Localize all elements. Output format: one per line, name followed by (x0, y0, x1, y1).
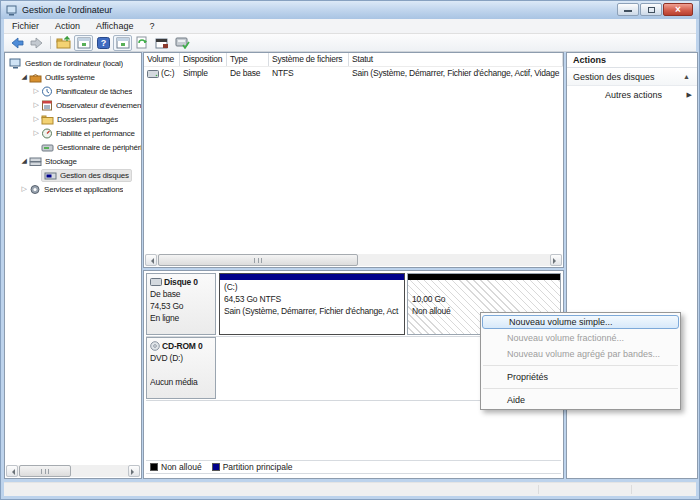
menu-action[interactable]: Action (47, 19, 88, 34)
legend: Non alloué Partition principale (146, 460, 561, 474)
actions-pane: Actions Gestion des disques ▲ Autres act… (566, 52, 698, 479)
actions-group-disk-management[interactable]: Gestion des disques ▲ (567, 68, 697, 86)
cdrom-drive: DVD (D:) (150, 352, 212, 364)
window-title: Gestion de l'ordinateur (22, 5, 112, 15)
legend-primary-swatch (212, 463, 220, 471)
snap-in-icon[interactable] (172, 34, 192, 51)
console-tree-pane: Gestion de l'ordinateur (local) ◢ Outils… (4, 52, 142, 479)
tree-item-device-manager[interactable]: Gestionnaire de périphériques (5, 140, 141, 154)
actions-more-actions[interactable]: Autres actions ▶ (567, 86, 697, 104)
volume-list-horizontal-scrollbar[interactable] (145, 254, 562, 266)
column-file-system[interactable]: Système de fichiers (269, 53, 349, 66)
menu-item-new-spanned-volume: Nouveau volume fractionné... (481, 330, 680, 346)
console-tree-icon[interactable] (74, 35, 93, 51)
tree-item-shared-folders[interactable]: ▷ Dossiers partagés (5, 112, 141, 126)
tree-item-system-tools[interactable]: ◢ Outils système (5, 70, 141, 84)
disk0-label-panel[interactable]: Disque 0 De base 74,53 Go En ligne (146, 273, 216, 335)
up-folder-icon[interactable] (54, 34, 74, 51)
collapsed-icon[interactable]: ▷ (31, 87, 41, 95)
menu-separator (483, 388, 678, 389)
toolbox-icon (29, 72, 42, 83)
actions-header: Actions (567, 53, 697, 68)
menu-item-new-simple-volume[interactable]: Nouveau volume simple... (482, 315, 679, 329)
legend-unallocated-swatch (150, 463, 158, 471)
expanded-icon[interactable]: ◢ (19, 73, 29, 81)
back-icon[interactable] (7, 34, 27, 51)
menu-fichier[interactable]: Fichier (4, 19, 47, 34)
shared-folders-icon (41, 114, 54, 125)
tree-horizontal-scrollbar[interactable] (6, 465, 140, 477)
volume-list-header: Volume Disposition Type Système de fichi… (144, 53, 563, 67)
computer-icon (9, 58, 22, 69)
scroll-left-arrow[interactable] (145, 254, 157, 266)
forward-icon[interactable] (27, 34, 47, 51)
restore-button[interactable] (640, 3, 662, 16)
disk0-size: 74,53 Go (150, 300, 212, 312)
expanded-icon[interactable]: ◢ (19, 157, 29, 165)
title-bar[interactable]: Gestion de l'ordinateur × (1, 1, 699, 19)
menu-affichage[interactable]: Affichage (88, 19, 141, 34)
volume-list-pane: Volume Disposition Type Système de fichi… (143, 52, 564, 268)
device-manager-icon (41, 142, 54, 153)
refresh-icon[interactable] (132, 34, 152, 51)
tree-item-event-viewer[interactable]: ▷ Observateur d'événements (5, 98, 141, 112)
cdrom-media: Aucun média (150, 376, 212, 388)
collapse-caret-icon[interactable]: ▲ (683, 68, 690, 86)
computer-management-window: Gestion de l'ordinateur × Fichier Action… (0, 0, 700, 500)
menu-bar: Fichier Action Affichage ? (4, 19, 696, 34)
context-menu: Nouveau volume simple... Nouveau volume … (480, 312, 681, 410)
scroll-right-arrow[interactable] (550, 254, 562, 266)
performance-icon (41, 128, 53, 139)
tree-item-services-applications[interactable]: ▷ Services et applications (5, 182, 141, 196)
statusbar-separator (538, 485, 539, 494)
collapsed-icon[interactable]: ▷ (31, 101, 41, 109)
tree-item-reliability-performance[interactable]: ▷ Fiabilité et performance (5, 126, 141, 140)
partition-c-label: (C:) (224, 281, 400, 293)
scroll-left-arrow[interactable] (6, 465, 18, 477)
cdrom-label-panel[interactable]: CD-ROM 0 DVD (D:) Aucun média (146, 337, 216, 399)
properties-icon[interactable] (152, 34, 172, 51)
tree-item-disk-management[interactable]: Gestion des disques (5, 168, 141, 182)
toolbar-separator (50, 36, 51, 49)
statusbar-separator (631, 485, 632, 494)
svg-text:?: ? (100, 38, 106, 48)
submenu-arrow-icon: ▶ (687, 86, 692, 104)
column-status[interactable]: Statut (349, 53, 563, 66)
scroll-right-arrow[interactable] (128, 465, 140, 477)
collapsed-icon[interactable]: ▷ (19, 185, 29, 193)
legend-primary-partition: Partition principale (212, 462, 293, 472)
scrollbar-thumb[interactable] (158, 254, 358, 266)
tree-item-task-scheduler[interactable]: ▷ Planificateur de tâches (5, 84, 141, 98)
tree-item-storage[interactable]: ◢ Stockage (5, 154, 141, 168)
collapsed-icon[interactable]: ▷ (31, 115, 41, 123)
partition-c-status: Sain (Système, Démarrer, Fichier d'échan… (224, 305, 400, 317)
drive-icon (147, 70, 159, 78)
menu-item-properties[interactable]: Propriétés (481, 369, 680, 385)
volume-row-c[interactable]: (C:) Simple De base NTFS Sain (Système, … (144, 67, 563, 80)
scrollbar-thumb[interactable] (19, 465, 71, 477)
task-scheduler-icon (41, 86, 53, 97)
disk0-type: De base (150, 288, 212, 300)
column-disposition[interactable]: Disposition (180, 53, 227, 66)
storage-icon (29, 156, 42, 167)
help-icon[interactable]: ? (93, 34, 113, 51)
menu-item-help[interactable]: Aide (481, 392, 680, 408)
column-volume[interactable]: Volume (144, 53, 180, 66)
partition-c[interactable]: (C:) 64,53 Go NTFS Sain (Système, Démarr… (219, 273, 405, 335)
collapsed-icon[interactable]: ▷ (31, 129, 41, 137)
partition-c-size: 64,53 Go NTFS (224, 293, 400, 305)
legend-unallocated: Non alloué (150, 462, 202, 472)
menu-item-new-striped-volume: Nouveau volume agrégé par bandes... (481, 346, 680, 362)
cd-icon (150, 341, 160, 351)
app-icon (6, 5, 18, 16)
show-hide-icon[interactable] (113, 35, 132, 51)
close-button[interactable]: × (663, 3, 693, 16)
event-viewer-icon (41, 100, 53, 111)
column-type[interactable]: Type (227, 53, 269, 66)
tree-item-computer-management[interactable]: Gestion de l'ordinateur (local) (5, 56, 141, 70)
disk0-state: En ligne (150, 312, 212, 324)
menu-help[interactable]: ? (141, 19, 162, 34)
disk-management-icon (44, 170, 57, 181)
disk-icon (150, 278, 162, 286)
minimize-button[interactable] (617, 3, 639, 16)
